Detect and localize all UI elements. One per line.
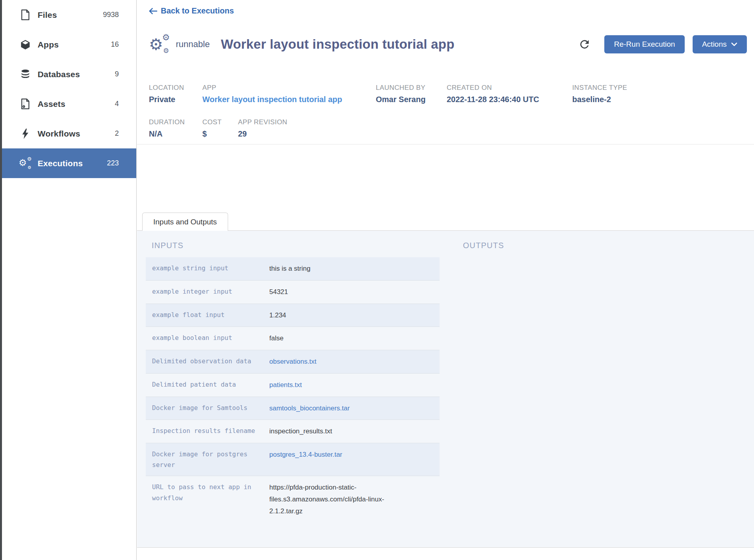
sidebar-item-executions[interactable]: ⚙⚙⚙ Executions 223 (2, 148, 136, 178)
input-label: URL to pass to next app in workflow (152, 482, 263, 503)
meta-value: $ (202, 129, 230, 139)
input-label: example string input (152, 263, 263, 273)
meta-launched-by: LAUNCHED BY Omar Serang (376, 84, 447, 104)
section-divider (137, 144, 754, 144)
title-actions: Re-Run Execution Actions (578, 35, 747, 53)
input-row: Docker image for Samtools samtools_bioco… (146, 397, 440, 420)
meta-label: LOCATION (149, 84, 194, 92)
input-row: Delimited patient data patients.txt (146, 373, 440, 397)
meta-location: LOCATION Private (149, 84, 202, 104)
input-label: example integer input (152, 286, 263, 297)
rerun-execution-button[interactable]: Re-Run Execution (604, 35, 684, 53)
input-label: Delimited patient data (152, 379, 263, 390)
outputs-column: OUTPUTS (440, 231, 504, 547)
asset-icon (19, 98, 31, 110)
sidebar-item-count: 9 (115, 70, 119, 78)
input-value: 1.234 (269, 309, 286, 321)
chevron-down-icon (731, 42, 737, 46)
file-link[interactable]: samtools_biocontainers.tar (269, 402, 350, 414)
metadata-section: LOCATION Private APP Worker layout inspe… (149, 84, 754, 139)
inputs-header: INPUTS (152, 241, 440, 250)
input-row: Docker image for postgres server postgre… (146, 443, 440, 476)
meta-label: LAUNCHED BY (376, 84, 439, 92)
input-value: false (269, 332, 284, 344)
meta-value: N/A (149, 129, 194, 139)
input-row: Inspection results filename inspection_r… (146, 420, 440, 443)
sidebar-item-label: Files (38, 10, 103, 20)
input-row: Delimited observation data observations.… (146, 350, 440, 373)
meta-app-revision: APP REVISION 29 (238, 118, 295, 139)
meta-label: CREATED ON (447, 84, 564, 92)
input-value: 54321 (269, 286, 288, 298)
metadata-row-1: LOCATION Private APP Worker layout inspe… (149, 84, 754, 104)
input-row: example integer input 54321 (146, 280, 440, 304)
tab-label: Inputs and Outputs (153, 218, 217, 226)
sidebar-item-label: Executions (38, 159, 107, 168)
app-link[interactable]: Worker layout inspection tutorial app (202, 95, 368, 104)
meta-value: Private (149, 95, 194, 104)
sidebar-item-label: Apps (38, 40, 111, 49)
meta-label: COST (202, 118, 230, 126)
meta-cost: COST $ (202, 118, 238, 139)
input-label: Docker image for Samtools (152, 402, 263, 413)
sidebar-item-count: 9938 (103, 11, 119, 19)
back-arrow-icon (149, 8, 157, 15)
outputs-header: OUTPUTS (463, 241, 504, 250)
sidebar-item-files[interactable]: Files 9938 (2, 0, 136, 30)
sidebar-item-count: 2 (115, 129, 119, 138)
gears-icon: ⚙⚙⚙ (19, 158, 31, 169)
sidebar-item-workflows[interactable]: Workflows 2 (2, 119, 136, 148)
meta-instance-type: INSTANCE TYPE baseline-2 (572, 84, 635, 104)
sidebar-item-apps[interactable]: Apps 16 (2, 30, 136, 59)
rerun-button-label: Re-Run Execution (614, 40, 675, 49)
input-label: Inspection results filename (152, 425, 263, 436)
meta-created-on: CREATED ON 2022-11-28 23:46:40 UTC (447, 84, 572, 104)
sidebar-item-label: Databases (38, 70, 115, 79)
input-value: this is a string (269, 263, 310, 275)
bolt-icon (19, 128, 31, 140)
sidebar-item-label: Assets (38, 99, 115, 109)
sidebar-item-databases[interactable]: Databases 9 (2, 59, 136, 89)
file-icon (19, 9, 31, 21)
input-row: URL to pass to next app in workflow http… (146, 476, 440, 522)
sidebar: Files 9938 Apps 16 Databases 9 Assets 4 … (2, 0, 137, 560)
meta-value: Omar Serang (376, 95, 439, 104)
meta-app: APP Worker layout inspection tutorial ap… (202, 84, 376, 104)
input-row: example boolean input false (146, 327, 440, 350)
meta-duration: DURATION N/A (149, 118, 202, 139)
meta-label: DURATION (149, 118, 194, 126)
inputs-column: INPUTS example string input this is a st… (137, 231, 440, 547)
file-link[interactable]: patients.txt (269, 379, 302, 391)
actions-button[interactable]: Actions (693, 35, 747, 53)
input-label: Delimited observation data (152, 356, 263, 366)
sidebar-item-count: 4 (115, 100, 119, 108)
input-label: example float input (152, 309, 263, 320)
metadata-row-2: DURATION N/A COST $ APP REVISION 29 (149, 118, 754, 139)
actions-button-label: Actions (702, 40, 727, 49)
input-value: https://pfda-production-static-files.s3.… (269, 482, 404, 517)
sidebar-item-assets[interactable]: Assets 4 (2, 89, 136, 119)
runnable-badge: runnable (176, 39, 210, 49)
input-row: example float input 1.234 (146, 304, 440, 327)
sidebar-item-count: 223 (107, 159, 119, 167)
file-link[interactable]: postgres_13.4-buster.tar (269, 449, 342, 461)
refresh-icon[interactable] (578, 38, 591, 51)
meta-label: APP (202, 84, 368, 92)
meta-label: INSTANCE TYPE (572, 84, 627, 92)
page-title: Worker layout inspection tutorial app (221, 37, 455, 52)
back-link-label: Back to Executions (161, 6, 234, 15)
sidebar-item-label: Workflows (38, 129, 115, 139)
input-row: example string input this is a string (146, 257, 440, 280)
main-content: Back to Executions ⚙⚙⚙ runnable Worker l… (137, 0, 754, 560)
title-row: ⚙⚙⚙ runnable Worker layout inspection tu… (149, 33, 747, 55)
meta-label: APP REVISION (238, 118, 287, 126)
tab-inputs-and-outputs[interactable]: Inputs and Outputs (142, 213, 228, 231)
cube-icon (19, 39, 31, 51)
inputs-table: example string input this is a string ex… (146, 257, 440, 523)
meta-value: 29 (238, 129, 287, 139)
file-link[interactable]: observations.txt (269, 356, 316, 368)
back-to-executions-link[interactable]: Back to Executions (149, 6, 234, 15)
meta-value: 2022-11-28 23:46:40 UTC (447, 95, 564, 104)
input-label: Docker image for postgres server (152, 449, 263, 470)
input-label: example boolean input (152, 332, 263, 343)
